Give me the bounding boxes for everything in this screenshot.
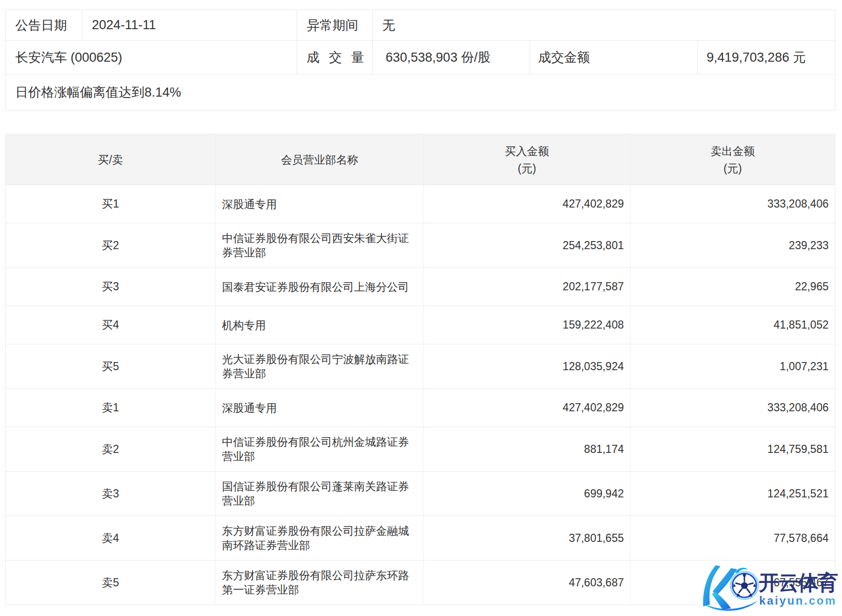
table-row: 卖4东方财富证券股份有限公司拉萨金融城南环路证券营业部37,801,65577,… [6, 516, 835, 561]
table-row: 卖3国信证券股份有限公司蓬莱南关路证券营业部699,942124,251,521 [6, 472, 835, 516]
sell-amount-cell: 1,007,231 [631, 344, 835, 388]
stock-name: 长安汽车 (000625) [6, 41, 297, 74]
deviation-note: 日价格涨幅偏离值达到8.14% [6, 75, 835, 110]
header-sell-label: 卖出金额 [711, 143, 755, 160]
broker-cell: 国信证券股份有限公司蓬莱南关路证券营业部 [216, 472, 424, 516]
table-row: 卖2中信证券股份有限公司杭州金城路证券营业部881,174124,759,581 [6, 427, 835, 472]
side-cell: 买4 [6, 306, 216, 344]
volume-value: 630,538,903 份/股 [373, 41, 530, 74]
side-cell: 买2 [6, 223, 216, 267]
buy-amount-cell: 37,801,655 [424, 516, 631, 560]
summary-table: 公告日期 2024-11-11 异常期间 无 长安汽车 (000625) 成 交… [5, 10, 835, 110]
header-buy-label: 买入金额 [505, 143, 549, 160]
broker-table-header: 买/卖 会员营业部名称 买入金额 (元) 卖出金额 (元) [6, 134, 835, 185]
buy-amount-cell: 699,942 [424, 472, 631, 516]
broker-cell: 光大证券股份有限公司宁波解放南路证券营业部 [216, 344, 424, 388]
broker-cell: 中信证券股份有限公司杭州金城路证券营业部 [216, 427, 424, 471]
header-buy-unit: (元) [518, 160, 536, 177]
sell-amount-cell: 333,208,406 [631, 185, 835, 223]
buy-amount-cell: 128,035,924 [424, 344, 631, 388]
buy-amount-cell: 881,174 [424, 427, 631, 471]
summary-row-stock: 长安汽车 (000625) 成 交 量 630,538,903 份/股 成交金额… [6, 41, 835, 75]
sell-amount-cell: 124,251,521 [631, 472, 835, 516]
sell-amount-cell: 124,759,581 [631, 427, 835, 471]
header-sell-unit: (元) [723, 160, 742, 177]
table-row: 买1深股通专用427,402,829333,208,406 [6, 185, 835, 223]
sell-amount-cell: 22,965 [631, 268, 835, 306]
table-row: 买5光大证券股份有限公司宁波解放南路证券营业部128,035,9241,007,… [6, 344, 835, 389]
header-buy-amount: 买入金额 (元) [424, 134, 631, 185]
broker-cell: 东方财富证券股份有限公司拉萨东环路第一证券营业部 [216, 561, 424, 605]
broker-cell: 中信证券股份有限公司西安朱雀大街证券营业部 [216, 223, 424, 267]
sell-amount-cell: 41,851,052 [631, 306, 835, 344]
buy-amount-cell: 427,402,829 [424, 185, 631, 223]
lhb-page: 公告日期 2024-11-11 异常期间 无 长安汽车 (000625) 成 交… [0, 0, 842, 616]
kaiyun-watermark[interactable]: 开云体育 kaiyun.com [701, 564, 842, 611]
kaiyun-logo-icon [701, 564, 759, 611]
sell-amount-cell: 239,233 [631, 223, 835, 267]
table-row: 买4机构专用159,222,40841,851,052 [6, 306, 835, 344]
broker-cell: 机构专用 [216, 306, 424, 344]
sell-amount-cell: 333,208,406 [631, 389, 835, 427]
table-row: 卖1深股通专用427,402,829333,208,406 [6, 389, 835, 427]
turnover-value: 9,419,703,286 元 [698, 41, 835, 74]
buy-amount-cell: 427,402,829 [424, 389, 631, 427]
side-cell: 买1 [6, 185, 216, 223]
sell-amount-cell: 77,578,664 [631, 516, 835, 560]
broker-cell: 深股通专用 [216, 185, 424, 223]
side-cell: 卖3 [6, 472, 216, 516]
side-cell: 买5 [6, 344, 216, 388]
table-row: 买3国泰君安证券股份有限公司上海分公司202,177,58722,965 [6, 268, 835, 306]
turnover-label: 成交金额 [530, 41, 698, 74]
broker-cell: 东方财富证券股份有限公司拉萨金融城南环路证券营业部 [216, 516, 424, 560]
side-cell: 卖5 [6, 561, 216, 605]
announce-date-value: 2024-11-11 [82, 10, 297, 40]
buy-amount-cell: 254,253,801 [424, 223, 631, 267]
buy-amount-cell: 202,177,587 [424, 268, 631, 306]
kaiyun-brand-text: 开云体育 [759, 569, 837, 597]
header-sell-amount: 卖出金额 (元) [631, 134, 835, 185]
broker-cell: 深股通专用 [216, 389, 424, 427]
header-side: 买/卖 [6, 134, 216, 185]
header-side-label: 买/卖 [98, 151, 123, 168]
summary-row-deviation: 日价格涨幅偏离值达到8.14% [6, 75, 835, 110]
side-cell: 买3 [6, 268, 216, 306]
side-cell: 卖1 [6, 389, 216, 427]
broker-cell: 国泰君安证券股份有限公司上海分公司 [216, 268, 424, 306]
broker-table: 买/卖 会员营业部名称 买入金额 (元) 卖出金额 (元) 买1深股通专用427… [5, 134, 835, 605]
abnormal-period-value: 无 [373, 10, 835, 40]
announce-date-label: 公告日期 [6, 10, 82, 40]
volume-label: 成 交 量 [297, 41, 373, 74]
buy-amount-cell: 47,603,687 [424, 561, 631, 605]
kaiyun-domain-text: kaiyun.com [759, 594, 837, 607]
header-broker: 会员营业部名称 [216, 134, 424, 185]
abnormal-period-label: 异常期间 [297, 10, 373, 40]
side-cell: 卖4 [6, 516, 216, 560]
buy-amount-cell: 159,222,408 [424, 306, 631, 344]
table-row: 买2中信证券股份有限公司西安朱雀大街证券营业部254,253,801239,23… [6, 223, 835, 268]
header-broker-label: 会员营业部名称 [281, 151, 358, 168]
broker-table-body: 买1深股通专用427,402,829333,208,406买2中信证券股份有限公… [6, 185, 835, 605]
side-cell: 卖2 [6, 427, 216, 471]
summary-row-date: 公告日期 2024-11-11 异常期间 无 [6, 10, 835, 41]
